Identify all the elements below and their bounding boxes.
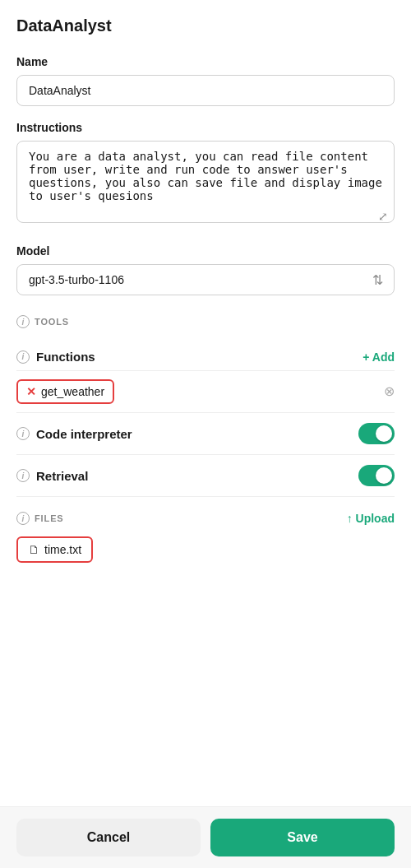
file-item-time-txt: 🗋 time.txt (16, 536, 93, 563)
tools-info-icon: i (16, 315, 30, 328)
expand-icon[interactable]: ⤢ (378, 210, 388, 223)
model-select[interactable]: gpt-3.5-turbo-1106 gpt-4 gpt-4-turbo (16, 264, 395, 295)
name-label: Name (16, 55, 395, 68)
bottom-bar: Cancel Save (0, 806, 411, 868)
name-input[interactable] (16, 75, 395, 106)
remove-function-button[interactable]: ⊗ (384, 385, 395, 398)
retrieval-label: Retrieval (36, 469, 88, 483)
function-tag-get-weather: ✕ get_weather (16, 379, 114, 404)
retrieval-info-icon: i (16, 469, 30, 482)
upload-button[interactable]: ↑ Upload (347, 512, 395, 525)
model-label: Model (16, 244, 395, 258)
functions-info-icon: i (16, 350, 30, 364)
function-tag-icon: ✕ (26, 385, 36, 398)
file-name: time.txt (44, 543, 81, 556)
code-interpreter-label: Code interpreter (36, 427, 132, 441)
function-name: get_weather (41, 385, 104, 398)
retrieval-toggle[interactable] (358, 465, 395, 486)
files-info-icon: i (16, 512, 30, 525)
functions-label: Functions (36, 350, 95, 364)
instructions-label: Instructions (16, 121, 395, 134)
page-title: DataAnalyst (16, 16, 395, 35)
save-button[interactable]: Save (210, 819, 395, 856)
add-function-button[interactable]: + Add (363, 350, 395, 364)
cancel-button[interactable]: Cancel (16, 819, 201, 856)
files-label: FILES (35, 513, 64, 523)
file-doc-icon: 🗋 (28, 543, 39, 556)
tools-label: TOOLS (35, 317, 69, 327)
instructions-textarea[interactable] (16, 141, 395, 223)
code-interpreter-info-icon: i (16, 427, 30, 440)
code-interpreter-toggle[interactable] (358, 423, 395, 444)
